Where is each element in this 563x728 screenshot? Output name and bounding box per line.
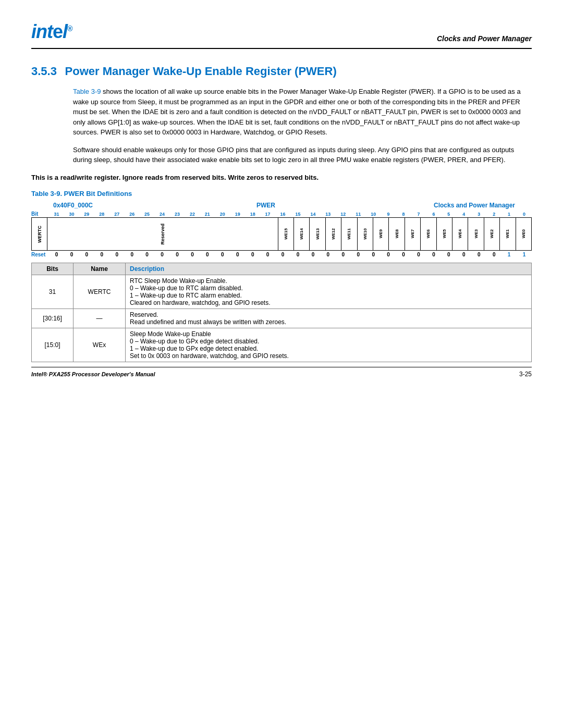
reset-values: 0 0 0 0 0 0 0 0 0 0 0 0 0 0 0 0 0 0 0 0 … [49, 252, 532, 257]
bit-label: Bit [31, 211, 49, 217]
chapter-title: Clocks and Power Manager [437, 34, 532, 43]
table-header-row: Bits Name Description [32, 263, 532, 275]
cell-desc-reserved: Reserved. Read undefined and must always… [126, 309, 532, 328]
bit-field-we3: WE3 [468, 218, 484, 250]
table-body: 31 WERTC RTC Sleep Mode Wake-up Enable. … [32, 275, 532, 362]
section-number: 3.5.3 [31, 65, 57, 78]
table-header: Bits Name Description [32, 263, 532, 275]
table-row: [30:16] — Reserved. Read undefined and m… [32, 309, 532, 328]
bit-field-we11: WE11 [341, 218, 357, 250]
cell-bits-30-16: [30:16] [32, 309, 74, 328]
register-module: Clocks and Power Manager [417, 202, 532, 209]
footer-page-number: 3-25 [519, 371, 532, 378]
bit-register-visual: WERTC Reserved WE15 WE14 WE13 WE12 WE11 … [31, 217, 532, 251]
description-table: Bits Name Description 31 WERTC RTC Sleep… [31, 263, 532, 362]
intel-logo: intel® [31, 21, 72, 43]
paragraph-2: Software should enable wakeups only for … [73, 145, 532, 165]
bit-field-we12: WE12 [326, 218, 341, 250]
cell-desc-wex: Sleep Mode Wake-up Enable 0 – Wake-up du… [126, 328, 532, 362]
bit-field-we5: WE5 [437, 218, 452, 250]
bit-field-we6: WE6 [421, 218, 436, 250]
cell-bits-31: 31 [32, 275, 74, 309]
cell-bits-15-0: [15:0] [32, 328, 74, 362]
table-row: [15:0] WEx Sleep Mode Wake-up Enable 0 –… [32, 328, 532, 362]
bit-numbers-row: Bit 31 30 29 28 27 26 25 24 23 22 21 20 … [31, 211, 532, 217]
bit-field-we7: WE7 [405, 218, 421, 250]
bit-numbers: 31 30 29 28 27 26 25 24 23 22 21 20 19 1… [49, 212, 532, 217]
logo-registered: ® [67, 24, 72, 33]
bit-field-we13: WE13 [310, 218, 325, 250]
bit-field-we1: WE1 [500, 218, 516, 250]
col-header-bits: Bits [32, 263, 74, 275]
bold-note: This is a read/write register. Ignore re… [31, 172, 532, 183]
page-header: intel® Clocks and Power Manager [31, 21, 532, 49]
cell-desc-wertc: RTC Sleep Mode Wake-up Enable. 0 – Wake-… [126, 275, 532, 309]
table-title: Table 3-9. PWER Bit Definitions [31, 190, 532, 198]
register-name: PWER [115, 202, 417, 209]
footer-manual-title: Intel® PXA255 Processor Developer's Manu… [31, 371, 155, 377]
bit-field-we14: WE14 [294, 218, 310, 250]
bit-field-we2: WE2 [484, 218, 500, 250]
reset-label: Reset [31, 252, 49, 257]
bit-field-we0: WE0 [516, 218, 531, 250]
bit-field-we8: WE8 [389, 218, 405, 250]
section-title: Power Manager Wake-Up Enable Register (P… [65, 65, 337, 78]
register-info-row: 0x40F0_000C PWER Clocks and Power Manage… [31, 202, 532, 209]
cell-name-wex: WEx [74, 328, 126, 362]
bit-field-we15: WE15 [278, 218, 294, 250]
cell-name-reserved: — [74, 309, 126, 328]
page-footer: Intel® PXA255 Processor Developer's Manu… [31, 367, 532, 378]
cell-name-wertc: WERTC [74, 275, 126, 309]
bit-field-wertc: WERTC [32, 218, 47, 250]
register-address: 0x40F0_000C [31, 202, 115, 209]
col-header-description: Description [126, 263, 532, 275]
paragraph-1: Table 3-9 shows the location of all wake… [73, 87, 532, 138]
bit-field-we9: WE9 [373, 218, 389, 250]
bit-field-we10: WE10 [358, 218, 373, 250]
bit-field-reserved: Reserved [47, 218, 278, 250]
bn-31: 31 [49, 212, 64, 217]
paragraph-1-text: shows the location of all wake up source… [73, 88, 521, 136]
table-link[interactable]: Table 3-9 [73, 88, 101, 95]
col-header-name: Name [74, 263, 126, 275]
section-heading: 3.5.3 Power Manager Wake-Up Enable Regis… [31, 65, 532, 78]
bit-field-we4: WE4 [452, 218, 468, 250]
table-row: 31 WERTC RTC Sleep Mode Wake-up Enable. … [32, 275, 532, 309]
reset-row: Reset 0 0 0 0 0 0 0 0 0 0 0 0 0 0 0 0 0 … [31, 252, 532, 257]
